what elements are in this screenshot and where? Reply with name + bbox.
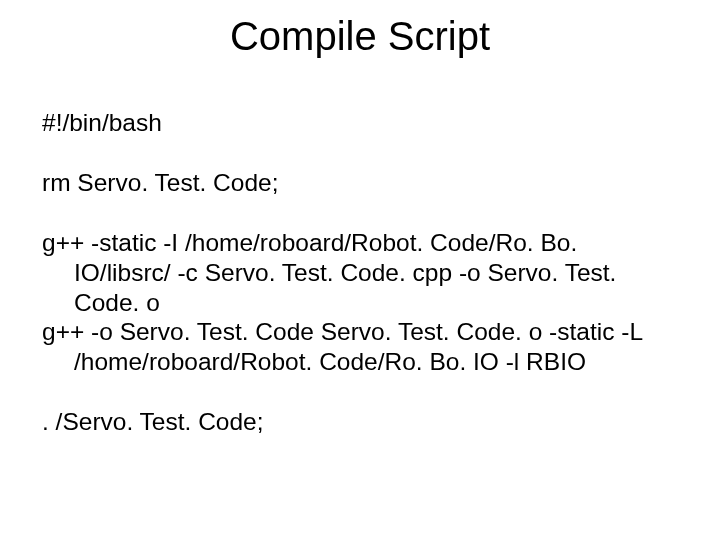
slide-body: #!/bin/bash rm Servo. Test. Code; g++ -s… bbox=[42, 108, 678, 437]
slide: Compile Script #!/bin/bash rm Servo. Tes… bbox=[0, 0, 720, 540]
blank-line bbox=[42, 198, 678, 228]
blank-line bbox=[42, 138, 678, 168]
code-line-run: . /Servo. Test. Code; bbox=[42, 407, 678, 437]
code-line-shebang: #!/bin/bash bbox=[42, 108, 678, 138]
code-line-rm: rm Servo. Test. Code; bbox=[42, 168, 678, 198]
code-line-gpp1: g++ -static -I /home/roboard/Robot. Code… bbox=[42, 228, 678, 318]
blank-line bbox=[42, 377, 678, 407]
slide-title: Compile Script bbox=[0, 14, 720, 59]
code-line-gpp2: g++ -o Servo. Test. Code Servo. Test. Co… bbox=[42, 317, 678, 377]
